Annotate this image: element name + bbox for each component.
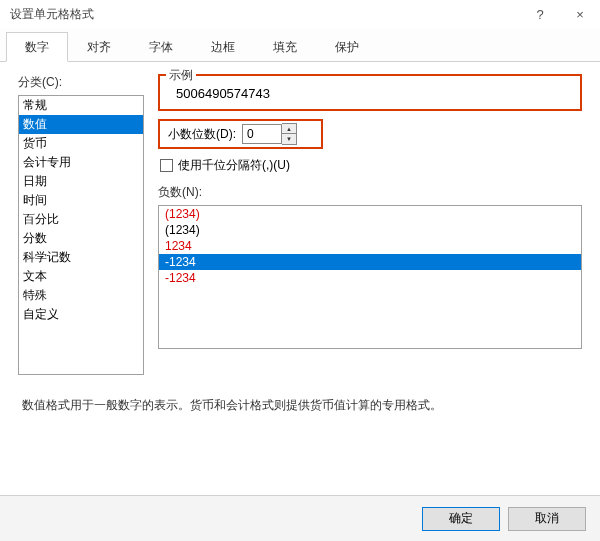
list-item[interactable]: 文本 <box>19 267 143 286</box>
tabs: 数字 对齐 字体 边框 填充 保护 <box>0 28 600 62</box>
tab-font[interactable]: 字体 <box>130 32 192 61</box>
list-item[interactable]: 分数 <box>19 229 143 248</box>
hint-text: 数值格式用于一般数字的表示。货币和会计格式则提供货币值计算的专用格式。 <box>0 375 600 414</box>
spinner-buttons: ▲ ▼ <box>282 123 297 145</box>
decimal-places-input[interactable] <box>242 124 282 144</box>
list-item[interactable]: (1234) <box>159 206 581 222</box>
list-item[interactable]: (1234) <box>159 222 581 238</box>
list-item[interactable]: 时间 <box>19 191 143 210</box>
category-listbox[interactable]: 常规 数值 货币 会计专用 日期 时间 百分比 分数 科学记数 文本 特殊 自定… <box>18 95 144 375</box>
list-item[interactable]: 科学记数 <box>19 248 143 267</box>
list-item[interactable]: -1234 <box>159 254 581 270</box>
sample-value: 5006490574743 <box>160 76 580 109</box>
dialog-title: 设置单元格格式 <box>10 6 520 23</box>
thousands-label: 使用千位分隔符(,)(U) <box>178 157 290 174</box>
thousands-separator-row: 使用千位分隔符(,)(U) <box>160 157 582 174</box>
list-item[interactable]: 日期 <box>19 172 143 191</box>
spinner-up-icon[interactable]: ▲ <box>282 124 296 134</box>
negatives-listbox[interactable]: (1234) (1234) 1234 -1234 -1234 <box>158 205 582 349</box>
settings-column: 示例 5006490574743 小数位数(D): ▲ ▼ 使用千位分隔符(,)… <box>158 74 582 375</box>
category-label: 分类(C): <box>18 74 144 91</box>
dialog-footer: 确定 取消 <box>0 495 600 541</box>
list-item[interactable]: 自定义 <box>19 305 143 324</box>
spinner-down-icon[interactable]: ▼ <box>282 134 296 144</box>
list-item[interactable]: 百分比 <box>19 210 143 229</box>
category-column: 分类(C): 常规 数值 货币 会计专用 日期 时间 百分比 分数 科学记数 文… <box>18 74 144 375</box>
cancel-button[interactable]: 取消 <box>508 507 586 531</box>
tab-border[interactable]: 边框 <box>192 32 254 61</box>
help-button[interactable]: ? <box>520 0 560 28</box>
decimal-places-row: 小数位数(D): ▲ ▼ <box>158 119 323 149</box>
list-item[interactable]: 1234 <box>159 238 581 254</box>
list-item[interactable]: 货币 <box>19 134 143 153</box>
sample-group: 示例 5006490574743 <box>158 74 582 111</box>
decimal-places-spinner[interactable]: ▲ ▼ <box>242 123 297 145</box>
titlebar: 设置单元格格式 ? × <box>0 0 600 28</box>
list-item[interactable]: 常规 <box>19 96 143 115</box>
decimal-places-label: 小数位数(D): <box>168 126 236 143</box>
sample-legend: 示例 <box>166 67 196 84</box>
list-item[interactable]: 特殊 <box>19 286 143 305</box>
list-item[interactable]: -1234 <box>159 270 581 286</box>
dialog-body: 数字 对齐 字体 边框 填充 保护 分类(C): 常规 数值 货币 会计专用 日… <box>0 28 600 414</box>
tab-alignment[interactable]: 对齐 <box>68 32 130 61</box>
ok-button[interactable]: 确定 <box>422 507 500 531</box>
list-item[interactable]: 会计专用 <box>19 153 143 172</box>
tab-fill[interactable]: 填充 <box>254 32 316 61</box>
close-button[interactable]: × <box>560 0 600 28</box>
tab-content: 分类(C): 常规 数值 货币 会计专用 日期 时间 百分比 分数 科学记数 文… <box>0 62 600 375</box>
thousands-checkbox[interactable] <box>160 159 173 172</box>
list-item[interactable]: 数值 <box>19 115 143 134</box>
tab-protection[interactable]: 保护 <box>316 32 378 61</box>
tab-number[interactable]: 数字 <box>6 32 68 62</box>
negatives-label: 负数(N): <box>158 184 582 201</box>
